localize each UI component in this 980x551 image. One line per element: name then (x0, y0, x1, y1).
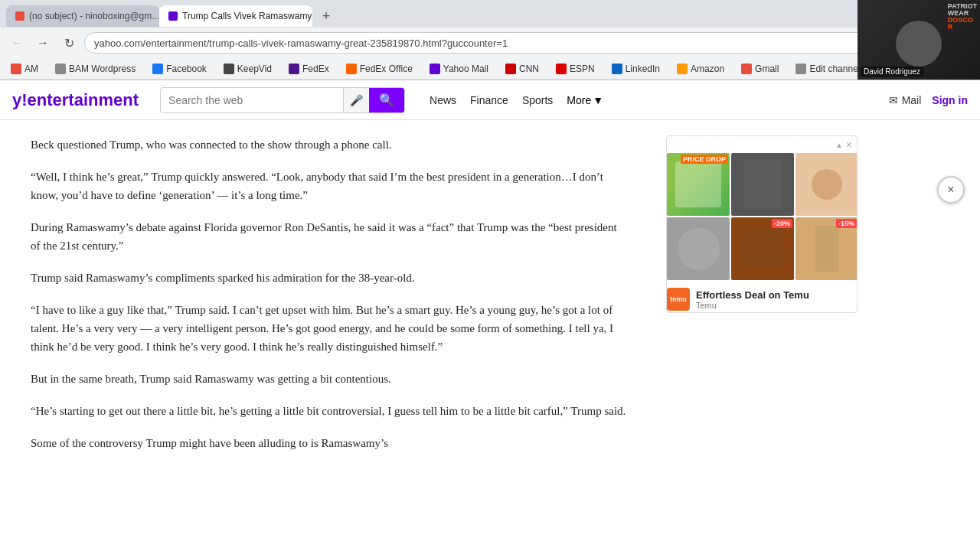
bookmark-gmail[interactable]: Gmail (737, 62, 783, 76)
bookmark-favicon-cnn (505, 64, 516, 74)
tab-favicon-gmail (15, 11, 24, 21)
ad-product-3 (812, 169, 842, 200)
yahoo-logo[interactable]: y!entertainment (12, 90, 139, 110)
ad-indicator: ▲ (835, 141, 843, 149)
bookmark-favicon-amazon (677, 64, 688, 74)
new-tab-button[interactable]: + (315, 5, 337, 27)
ad-image-5: -20% (731, 217, 794, 280)
nav-finance[interactable]: Finance (470, 94, 508, 106)
ad-images-grid: PRICE DROP (667, 153, 857, 280)
nav-more-button[interactable]: More ▼ (567, 94, 603, 106)
paragraph-5: But in the same breath, Trump said Ramas… (31, 370, 628, 388)
bookmark-label-linkedin: LinkedIn (626, 64, 660, 74)
address-bar[interactable]: yahoo.com/entertainment/trump-calls-vive… (84, 32, 923, 54)
discount-20-badge: -20% (772, 219, 792, 228)
webcam-avatar (896, 21, 942, 67)
tab-favicon-trump (168, 11, 178, 21)
tab-bar: (no subject) - ninoboxing@gm... × Trump … (0, 0, 980, 28)
bookmark-label-amazon: Amazon (691, 64, 724, 74)
bookmark-label-fedex: FedEx (302, 64, 329, 74)
main-content: Beck questioned Trump, who was connected… (0, 120, 980, 551)
bookmark-facebook[interactable]: Facebook (148, 62, 211, 76)
paragraph-7: Some of the controversy Trump might have… (31, 434, 628, 452)
bookmark-favicon-linkedin (612, 64, 622, 74)
bookmark-cnn[interactable]: CNN (501, 62, 544, 76)
bookmark-favicon-facebook (152, 64, 163, 74)
ad-image-1: PRICE DROP (667, 153, 730, 216)
sidebar-ad: ▲ × PRICE DROP (658, 120, 865, 551)
yahoo-search-bar[interactable]: 🎤 🔍 (160, 87, 405, 113)
nav-more-label: More (567, 94, 591, 106)
webcam-logo: PATRIOT WEAR DOSCO R (948, 3, 977, 31)
nav-news[interactable]: News (430, 94, 456, 106)
tab-gmail[interactable]: (no subject) - ninoboxing@gm... × (6, 5, 159, 27)
nav-sports[interactable]: Sports (522, 94, 553, 106)
bookmark-label-bam: BAM Wordpress (69, 64, 136, 74)
webcam-overlay: David Rodriguez PATRIOT WEAR DOSCO R (858, 0, 980, 80)
bookmark-label-gmail: Gmail (755, 64, 779, 74)
bookmark-yahoomail[interactable]: Yahoo Mail (425, 62, 493, 76)
tab-label-trump: Trump Calls Vivek Ramaswamy... (182, 11, 312, 21)
paragraph-2: During Ramaswamy’s debate against Florid… (31, 218, 628, 255)
bookmark-fedex[interactable]: FedEx (284, 62, 334, 76)
bookmark-amazon[interactable]: Amazon (672, 62, 729, 76)
bookmark-keepvid[interactable]: KeepVid (219, 62, 276, 76)
search-button[interactable]: 🔍 (369, 87, 404, 113)
price-drop-badge: PRICE DROP (681, 155, 728, 164)
ad-container: ▲ × PRICE DROP (666, 135, 858, 313)
mic-icon[interactable]: 🎤 (343, 87, 369, 113)
ad-close-btn[interactable]: × (846, 139, 852, 151)
ad-header: ▲ × (667, 136, 857, 153)
bookmark-favicon-fedexoffice (346, 64, 357, 74)
bookmark-label-fedexoffice: FedEx Office (360, 64, 413, 74)
yahoo-header: y!entertainment 🎤 🔍 News Finance Sports … (0, 80, 980, 120)
bookmark-espn[interactable]: ESPN (551, 62, 599, 76)
ad-product-5 (742, 230, 784, 268)
bookmark-favicon-gmail (741, 64, 752, 74)
mail-icon: ✉ (889, 94, 898, 106)
reload-button[interactable]: ↻ (58, 32, 80, 54)
nav-bar: ← → ↻ yahoo.com/entertainment/trump-call… (0, 28, 980, 58)
ad-product-6 (815, 226, 838, 272)
bookmark-label-facebook: Facebook (166, 64, 207, 74)
tab-trump[interactable]: Trump Calls Vivek Ramaswamy... × (159, 5, 312, 27)
bookmark-label-keepvid: KeepVid (237, 64, 272, 74)
bookmark-favicon-fedex (289, 64, 299, 74)
paragraph-6: “He’s starting to get out there a little… (31, 402, 628, 420)
yahoo-nav: News Finance Sports More ▼ (430, 94, 603, 106)
mail-button[interactable]: ✉ Mail (889, 94, 922, 106)
bookmark-favicon-editchannel (795, 64, 806, 74)
back-button[interactable]: ← (6, 32, 28, 54)
bookmark-linkedin[interactable]: LinkedIn (607, 62, 665, 76)
paragraph-1: “Well, I think he’s great,” Trump quickl… (31, 168, 628, 204)
close-x-button[interactable]: × (937, 176, 965, 204)
paragraph-0: Beck questioned Trump, who was connected… (31, 135, 628, 154)
bookmark-fedexoffice[interactable]: FedEx Office (341, 62, 417, 76)
temu-logo: temu (667, 288, 690, 311)
bookmark-label-espn: ESPN (570, 64, 595, 74)
ad-image-3 (795, 153, 858, 216)
paragraph-4: “I have to like a guy like that,” Trump … (31, 301, 628, 356)
bookmark-favicon-keepvid (224, 64, 234, 74)
bookmarks-bar: AM BAM Wordpress Facebook KeepVid FedEx … (0, 58, 980, 80)
bookmark-favicon-bam (55, 64, 66, 74)
bookmark-bam[interactable]: BAM Wordpress (51, 62, 140, 76)
ad-product-1 (675, 161, 721, 207)
chevron-down-icon: ▼ (593, 94, 603, 106)
bookmark-favicon-am (11, 64, 21, 74)
forward-button[interactable]: → (32, 32, 54, 54)
article-text: Beck questioned Trump, who was connected… (31, 135, 628, 452)
search-input[interactable] (161, 94, 343, 106)
bookmark-label-yahoomail: Yahoo Mail (443, 64, 488, 74)
discount-15-badge: -15% (836, 219, 857, 228)
bookmark-favicon-yahoomail (430, 64, 440, 74)
ad-image-2 (731, 153, 794, 216)
ad-image-6: -15% (795, 217, 858, 280)
ad-product-4 (678, 228, 720, 270)
signin-button[interactable]: Sign in (932, 94, 968, 106)
ad-title: Effortless Deal on Temu (696, 289, 809, 301)
bookmark-am[interactable]: AM (6, 62, 43, 76)
url-text: yahoo.com/entertainment/trump-calls-vive… (94, 37, 508, 49)
webcam-label: David Rodriguez (861, 67, 923, 77)
mail-label: Mail (902, 94, 922, 106)
